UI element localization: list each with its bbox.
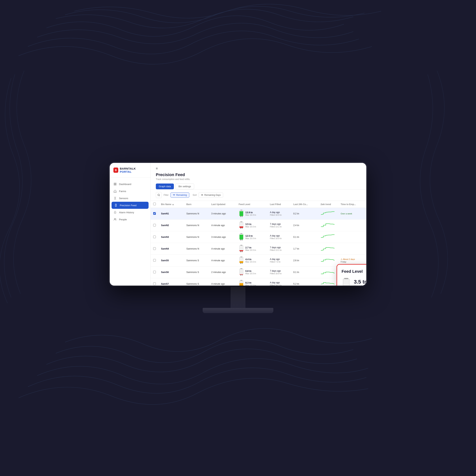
- row-checkbox-SamS6[interactable]: [153, 271, 156, 273]
- svg-rect-23: [240, 233, 242, 234]
- row-bin-name-SamS6: SamS6: [158, 266, 184, 278]
- sidebar-item-farms[interactable]: Farms: [110, 187, 151, 195]
- col-header-time-to-emp: Time to Emp...: [338, 201, 366, 208]
- data-table: Bin Name ▲ Barn Last Updated Feed Level …: [151, 201, 366, 286]
- sidebar-item-alarm-history[interactable]: Alarm History: [110, 209, 151, 216]
- row-checkbox-cell: [151, 208, 158, 220]
- row-feed-level-SamN3: 12.5 tn Max 15.5 tn: [236, 231, 267, 243]
- col-header-bin-name[interactable]: Bin Name ▲: [158, 201, 184, 208]
- tooltip-max: Max 15.5 tn: [354, 285, 366, 286]
- row-24h-SamS6: 0.1 tn: [291, 266, 318, 278]
- row-time-emp-SamN4: [338, 243, 366, 255]
- people-icon: [113, 218, 117, 221]
- row-bin-name-SamN1: SamN1: [158, 208, 184, 220]
- row-last-updated-SamS6: 2 minutes ago: [209, 266, 236, 278]
- svg-rect-10: [242, 216, 242, 217]
- col-header-last-filled: Last Filled: [267, 201, 291, 208]
- svg-rect-38: [239, 274, 243, 275]
- row-last-filled-SamN4: 7 days ago Filled 13.1 tn: [267, 243, 291, 255]
- svg-rect-53: [344, 278, 348, 279]
- row-last-filled-SamS6: 7 days ago Filled 18.9 tn: [267, 266, 291, 278]
- svg-rect-2: [115, 204, 116, 206]
- row-last-filled-SamN3: A day ago Filled 18.9 tn: [267, 231, 291, 243]
- row-barn-SamS7: Sammons S: [184, 278, 209, 286]
- svg-point-5: [158, 194, 160, 196]
- col-header-barn: Barn: [184, 201, 209, 208]
- tab-bin-settings[interactable]: Bin settings: [175, 184, 194, 189]
- main-content: ≡ Precision Feed Track consumption and f…: [151, 163, 366, 286]
- tooltip-title: Feed Level: [341, 269, 366, 274]
- row-trend-SamN4: [318, 243, 338, 255]
- row-last-updated-SamS7: A minute ago: [209, 278, 236, 286]
- hamburger-menu[interactable]: ≡: [156, 167, 361, 170]
- app-container: B BARNTALK PORTAL Dashboard: [110, 163, 366, 286]
- main-header: ≡ Precision Feed Track consumption and f…: [151, 163, 366, 189]
- row-last-filled-SamS5: A day ago Filled 7.3 tn: [267, 255, 291, 266]
- row-checkbox-SamS5[interactable]: [153, 259, 156, 262]
- tooltip-values: 3.5 tn Max 15.5 tn: [354, 279, 366, 286]
- row-24h-SamN2: 2.4 tn: [291, 220, 318, 231]
- row-24h-SamS7: 5.2 tn: [291, 278, 318, 286]
- row-checkbox-SamN2[interactable]: [153, 224, 156, 226]
- row-24h-SamN3: 0.1 tn: [291, 231, 318, 243]
- row-checkbox-cell: [151, 220, 158, 231]
- header-tabs: Graph data Bin settings: [156, 184, 361, 189]
- sidebar: B BARNTALK PORTAL Dashboard: [110, 163, 151, 286]
- col-header-last-24h: Last 24h Co...: [291, 201, 318, 208]
- svg-rect-41: [240, 268, 242, 269]
- row-last-updated-SamS5: A minute ago: [209, 255, 236, 266]
- monitor-screen: B BARNTALK PORTAL Dashboard: [110, 163, 366, 286]
- farms-icon: [113, 189, 117, 193]
- col-header-2wk-trend: 2wk trend: [318, 201, 338, 208]
- sidebar-logo: B BARNTALK PORTAL: [110, 163, 151, 178]
- table-row: SamS7 Sammons S A minute ago: [151, 278, 366, 286]
- row-last-filled-SamS7: A day ago Filled 14.3 tn: [267, 278, 291, 286]
- svg-rect-17: [240, 221, 242, 222]
- svg-rect-33: [240, 263, 241, 264]
- svg-rect-39: [240, 275, 241, 275]
- tooltip-value: 3.5 tn: [354, 279, 366, 285]
- tab-graph-data[interactable]: Graph data: [156, 184, 174, 189]
- row-last-updated-SamN2: A minute ago: [209, 220, 236, 231]
- sidebar-item-people-label: People: [119, 218, 127, 221]
- svg-point-4: [115, 219, 116, 219]
- logo-text: BARNTALK PORTAL: [120, 167, 147, 173]
- tooltip-bin-icon: [341, 277, 351, 286]
- sensors-icon: [113, 197, 117, 200]
- svg-rect-14: [239, 226, 243, 228]
- table-row: SamS6 Sammons S 2 minutes ago: [151, 266, 366, 278]
- filter-button[interactable]: Remaining: [170, 192, 189, 198]
- row-trend-SamN1: [318, 208, 338, 220]
- table-row: SamN4 Sammons N A minute ago: [151, 243, 366, 255]
- row-checkbox-SamN1[interactable]: [153, 212, 156, 215]
- table-row: SamS5 Sammons S A minute ago: [151, 255, 366, 266]
- row-24h-SamN4: 1.7 tn: [291, 243, 318, 255]
- page-title: Precision Feed: [156, 172, 361, 177]
- row-bin-name-SamS5: SamS5: [158, 255, 184, 266]
- row-checkbox-SamS7[interactable]: [153, 282, 156, 285]
- row-barn-SamS5: Sammons S: [184, 255, 209, 266]
- svg-rect-16: [242, 228, 242, 229]
- sidebar-item-sensors[interactable]: Sensors: [110, 195, 151, 202]
- row-checkbox-SamN3[interactable]: [153, 236, 156, 238]
- row-checkbox-SamN4[interactable]: [153, 247, 156, 250]
- svg-rect-27: [240, 251, 241, 252]
- sidebar-item-farms-label: Farms: [119, 190, 126, 193]
- select-all-checkbox[interactable]: [153, 203, 156, 205]
- row-time-emp-SamN3: [338, 231, 366, 243]
- svg-rect-28: [242, 251, 242, 252]
- search-button[interactable]: [156, 192, 162, 198]
- svg-rect-21: [240, 239, 241, 240]
- row-barn-SamN3: Sammons N: [184, 231, 209, 243]
- svg-rect-26: [239, 250, 243, 251]
- svg-rect-40: [242, 275, 242, 275]
- row-trend-SamN3: [318, 231, 338, 243]
- sort-button[interactable]: Remaining Days: [199, 192, 223, 198]
- logo-portal: PORTAL: [120, 170, 132, 173]
- sidebar-item-dashboard[interactable]: Dashboard: [110, 181, 151, 187]
- dashboard-icon: [113, 182, 117, 186]
- svg-point-1: [115, 198, 116, 199]
- sidebar-item-people[interactable]: People: [110, 216, 151, 223]
- sidebar-item-precision-feed[interactable]: Precision Feed: [112, 202, 149, 209]
- row-checkbox-cell: [151, 231, 158, 243]
